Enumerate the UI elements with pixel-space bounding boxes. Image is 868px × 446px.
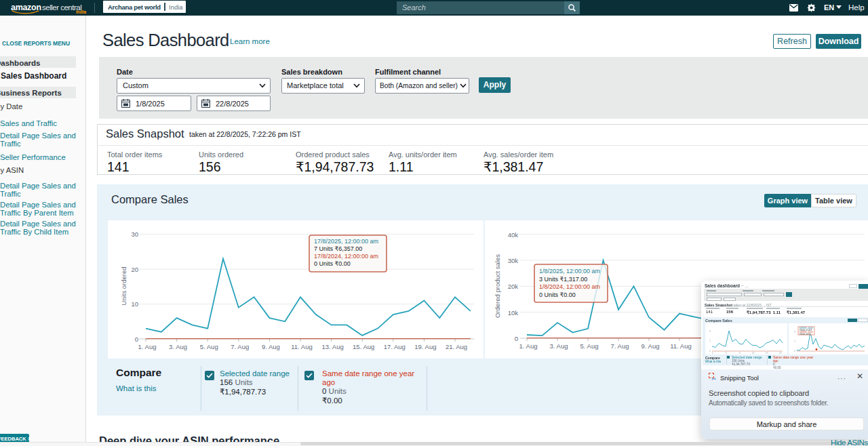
svg-text:7 Units ₹6,357.00: 7 Units ₹6,357.00: [314, 245, 362, 252]
svg-text:1/8/2024, 12:00:00 am: 1/8/2024, 12:00:00 am: [539, 283, 600, 290]
svg-text:11. Aug: 11. Aug: [670, 342, 692, 350]
svg-text:1.: 1.: [712, 352, 714, 354]
svg-text:30: 30: [131, 230, 138, 238]
svg-text:17/8/2024, 12:00:00 am: 17/8/2024, 12:00:00 am: [314, 253, 378, 260]
svg-text:21. Aug: 21. Aug: [446, 343, 467, 350]
svg-text:17.: 17.: [766, 352, 769, 354]
svg-text:11. Aug: 11. Aug: [291, 343, 313, 350]
svg-text:1: 1: [709, 340, 711, 342]
svg-text:3. Aug: 3. Aug: [550, 342, 568, 350]
svg-text:0 Units ₹0.00: 0 Units ₹0.00: [314, 260, 351, 267]
svg-text:Ordered product sales: Ordered product sales: [494, 254, 501, 318]
svg-text:Units ordered: Units ordered: [120, 266, 127, 305]
svg-text:0: 0: [135, 336, 138, 343]
svg-text:17/8/2025, 12:00:00 am: 17/8/2025, 12:00:00 am: [314, 238, 378, 245]
svg-text:10: 10: [131, 300, 138, 308]
svg-text:0: 0: [515, 335, 518, 342]
svg-text:15. Aug: 15. Aug: [353, 343, 374, 350]
svg-text:0: 0: [794, 350, 795, 352]
svg-text:1. Aug: 1. Aug: [519, 342, 538, 350]
svg-text:7. Aug: 7. Aug: [231, 343, 249, 350]
svg-text:3: 3: [709, 330, 711, 333]
svg-text:9.: 9.: [739, 352, 741, 354]
svg-text:1: 1: [794, 340, 795, 343]
svg-text:3. Aug: 3. Aug: [169, 343, 187, 350]
svg-text:9. Aug: 9. Aug: [642, 342, 660, 350]
svg-text:7. Aug: 7. Aug: [611, 342, 629, 350]
svg-text:9. Aug: 9. Aug: [262, 343, 280, 350]
svg-text:20: 20: [131, 266, 138, 273]
svg-text:30k: 30k: [508, 257, 519, 264]
svg-text:0: 0: [709, 350, 711, 352]
svg-text:13.: 13.: [752, 352, 755, 354]
svg-text:17. Aug: 17. Aug: [384, 343, 406, 350]
svg-text:13. Aug: 13. Aug: [321, 343, 343, 350]
svg-text:21.: 21.: [779, 352, 783, 354]
svg-text:1/8/2025, 12:00:00 am: 1/8/2025, 12:00:00 am: [539, 268, 600, 275]
svg-text:3 Units ₹1,317.00: 3 Units ₹1,317.00: [539, 276, 587, 283]
svg-text:0 Units ₹0.00: 0 Units ₹0.00: [539, 291, 576, 298]
svg-text:10k: 10k: [508, 309, 519, 317]
svg-text:1. Aug: 1. Aug: [138, 343, 157, 350]
svg-text:20k: 20k: [508, 283, 519, 290]
svg-text:5.: 5.: [726, 352, 728, 354]
svg-text:0 Units ₹0.00: 0 Units ₹0.00: [800, 333, 811, 336]
svg-text:5. Aug: 5. Aug: [200, 343, 218, 350]
svg-text:3: 3: [794, 331, 795, 333]
svg-text:19. Aug: 19. Aug: [414, 343, 436, 350]
svg-text:40k: 40k: [508, 231, 519, 239]
svg-text:5. Aug: 5. Aug: [580, 342, 599, 350]
